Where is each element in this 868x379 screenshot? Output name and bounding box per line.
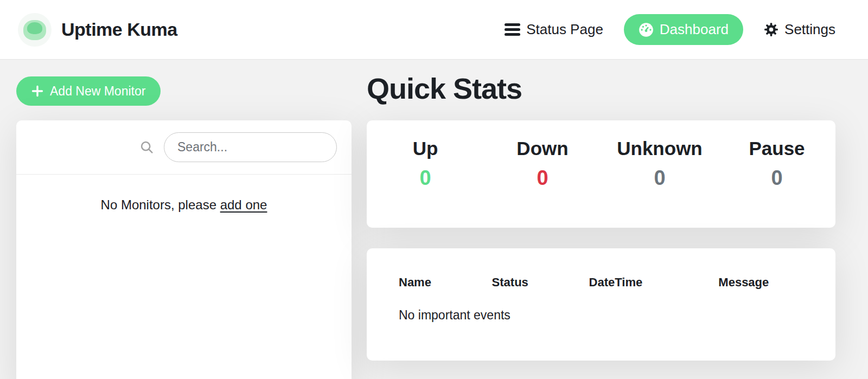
stat-pause-label: Pause: [718, 137, 835, 160]
stat-up-value: 0: [367, 164, 484, 192]
stat-up-label: Up: [367, 137, 484, 160]
tachometer-icon: [639, 22, 654, 37]
stat-unknown-label: Unknown: [601, 137, 718, 160]
monitor-list-panel: No Monitors, please add one: [16, 120, 352, 379]
header-nav: Status Page Dashboard: [505, 14, 835, 45]
search-icon: [139, 140, 155, 155]
nav-settings[interactable]: Settings: [764, 21, 835, 38]
add-one-link[interactable]: add one: [220, 197, 267, 212]
no-monitors-text: No Monitors, please: [101, 197, 216, 212]
no-important-events-message: No important events: [399, 308, 803, 323]
events-col-status: Status: [492, 275, 589, 290]
important-events-card: Name Status DateTime Message No importan…: [367, 248, 835, 361]
header: Uptime Kuma Status Page Dashboard: [0, 0, 868, 60]
events-table-header: Name Status DateTime Message: [399, 275, 803, 290]
stat-up: Up 0: [367, 137, 484, 228]
stat-down: Down 0: [484, 137, 601, 228]
add-new-monitor-button[interactable]: Add New Monitor: [16, 76, 161, 106]
monitor-search-row: [16, 120, 352, 175]
stream-icon: [505, 23, 520, 36]
no-monitors-message: No Monitors, please add one: [16, 197, 352, 213]
plus-icon: [31, 85, 43, 97]
nav-dashboard-label: Dashboard: [660, 21, 729, 38]
stat-unknown-value: 0: [601, 164, 718, 192]
events-col-message: Message: [718, 275, 803, 290]
gear-icon: [764, 22, 778, 37]
nav-status-page[interactable]: Status Page: [505, 21, 603, 38]
app-title: Uptime Kuma: [61, 19, 177, 40]
stat-down-label: Down: [484, 137, 601, 160]
nav-settings-label: Settings: [784, 21, 835, 38]
stat-pause: Pause 0: [718, 137, 835, 228]
search-input[interactable]: [164, 132, 337, 162]
nav-dashboard[interactable]: Dashboard: [624, 14, 743, 45]
nav-status-page-label: Status Page: [526, 21, 603, 38]
stat-unknown: Unknown 0: [601, 137, 718, 228]
quick-stats-card: Up 0 Down 0 Unknown 0 Pause 0: [367, 120, 835, 228]
events-col-name: Name: [399, 275, 492, 290]
stat-down-value: 0: [484, 164, 601, 192]
events-col-datetime: DateTime: [589, 275, 719, 290]
add-new-monitor-label: Add New Monitor: [50, 84, 145, 99]
page-title: Quick Stats: [367, 72, 522, 105]
stat-pause-value: 0: [718, 164, 835, 192]
uptime-kuma-logo-icon: [18, 13, 52, 47]
